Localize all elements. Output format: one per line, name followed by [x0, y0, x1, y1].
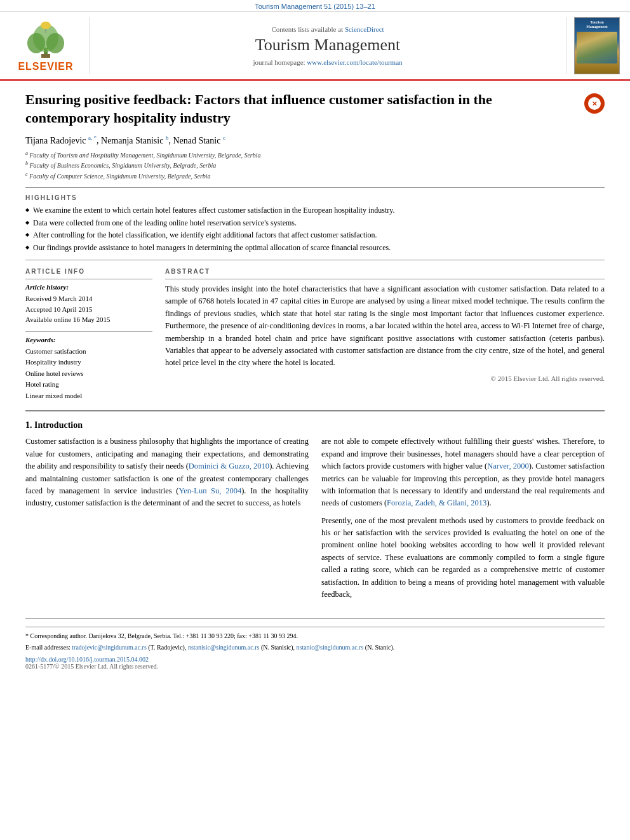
highlight-item-4: Our findings provide assistance to hotel… [25, 243, 605, 253]
divider-2 [25, 260, 605, 260]
intro-section-title: Introduction [34, 420, 83, 430]
email2-person: (N. Stanisic), [261, 644, 295, 651]
divider-1 [25, 187, 605, 188]
intro-heading: 1. Introduction [25, 420, 605, 430]
svg-point-5 [41, 22, 51, 29]
affiliations-block: a Faculty of Tourism and Hospitality Man… [25, 150, 605, 181]
cover-title-line2: Management [586, 25, 608, 29]
affiliation-b: b Faculty of Business Economics, Singidu… [25, 160, 605, 170]
received-date: Received 9 March 2014 [25, 293, 152, 304]
ref-dominici[interactable]: Dominici & Guzzo, 2010 [189, 462, 269, 470]
history-label: Article history: [25, 283, 152, 291]
abstract-section-title: ABSTRACT [165, 268, 605, 275]
copyright-text: © 2015 Elsevier Ltd. All rights reserved… [165, 375, 605, 382]
author2-sup: b [166, 135, 169, 141]
issn-text: 0261-5177/© 2015 Elsevier Ltd. All right… [25, 663, 605, 670]
doi-link[interactable]: http://dx.doi.org/10.1016/j.tourman.2015… [25, 656, 605, 663]
affiliation-c: c Faculty of Computer Science, Singidunu… [25, 171, 605, 181]
elsevier-tree-icon [17, 19, 74, 58]
highlights-section: HIGHLIGHTS We examine the extent to whic… [25, 194, 605, 253]
intro-left-col: Customer satisfaction is a business phil… [25, 436, 309, 606]
keyword-2: Hospitality industry [25, 357, 152, 368]
crossmark-icon: ✕ [588, 97, 601, 110]
contents-available-text: Contents lists available at [271, 25, 343, 33]
author1-sup: a, * [88, 135, 97, 141]
email2-link[interactable]: nstanisic@singidunum.ac.rs [188, 644, 260, 651]
intro-two-columns: Customer satisfaction is a business phil… [25, 436, 605, 606]
article-title-row: Ensuring positive feedback: Factors that… [25, 91, 605, 127]
ref-narver[interactable]: Narver, 2000 [487, 462, 529, 470]
intro-section-number: 1. [25, 420, 32, 430]
journal-cover-image: Tourism Management [572, 17, 622, 74]
keyword-4: Hotel rating [25, 379, 152, 390]
main-content: Ensuring positive feedback: Factors that… [0, 81, 630, 680]
contents-available-label: Contents lists available at ScienceDirec… [271, 25, 384, 33]
article-history-block: Article history: Received 9 March 2014 A… [25, 279, 152, 325]
intro-para-3: Presently, one of the most prevalent met… [321, 515, 605, 601]
abstract-text: This study provides insight into the hot… [165, 283, 605, 370]
highlight-item-3: After controlling for the hotel classifi… [25, 230, 605, 241]
email3-person: (N. Stanic). [365, 644, 394, 651]
journal-title: Tourism Management [255, 36, 401, 55]
introduction-section: 1. Introduction Customer satisfaction is… [25, 420, 605, 606]
highlight-item-2: Data were collected from one of the lead… [25, 218, 605, 229]
email-addresses-note: E-mail addresses: tradojevic@singidunum.… [25, 643, 605, 652]
cover-title-line1: Tourism [590, 20, 603, 25]
intro-right-col: are not able to compete effectively with… [321, 436, 605, 606]
keyword-1: Customer satisfaction [25, 346, 152, 357]
available-date: Available online 16 May 2015 [25, 314, 152, 325]
footnote-divider [25, 618, 605, 619]
highlights-title: HIGHLIGHTS [25, 194, 605, 201]
keyword-5: Linear mixed model [25, 390, 152, 402]
article-info-column: ARTICLE INFO Article history: Received 9… [25, 268, 152, 401]
author1-name: Tijana Radojevic [25, 136, 86, 145]
author2-name: Nemanja Stanisic [101, 136, 163, 145]
cover-box: Tourism Management [574, 17, 620, 74]
email-label: E-mail addresses: [25, 644, 70, 651]
journal-citation-bar: Tourism Management 51 (2015) 13–21 [0, 0, 630, 12]
journal-header-center: Contents lists available at ScienceDirec… [89, 17, 566, 74]
affiliation-a: a Faculty of Tourism and Hospitality Man… [25, 150, 605, 160]
journal-homepage: journal homepage: www.elsevier.com/locat… [253, 58, 402, 66]
journal-citation: Tourism Management 51 (2015) 13–21 [255, 3, 375, 10]
journal-header: ELSEVIER Contents lists available at Sci… [0, 12, 630, 81]
elsevier-logo: ELSEVIER [8, 17, 84, 74]
article-info-section-title: ARTICLE INFO [25, 268, 152, 275]
authors-line: Tijana Radojevic a, *, Nemanja Stanisic … [25, 135, 605, 146]
divider-3 [25, 410, 605, 411]
highlight-item-1: We examine the extent to which certain h… [25, 205, 605, 216]
keywords-label: Keywords: [25, 336, 152, 343]
ref-yenlunsu[interactable]: Yen-Lun Su, 2004 [179, 486, 242, 495]
article-title-text: Ensuring positive feedback: Factors that… [25, 91, 584, 127]
homepage-url[interactable]: www.elsevier.com/locate/tourman [307, 58, 402, 66]
author3-name: Nenad Stanic [173, 136, 220, 145]
sciencedirect-link[interactable]: ScienceDirect [345, 25, 384, 33]
abstract-block: This study provides insight into the hot… [165, 279, 605, 382]
ref-forozia[interactable]: Forozia, Zadeh, & Gilani, 2013 [387, 498, 486, 507]
email1-link[interactable]: tradojevic@singidunum.ac.rs [72, 644, 147, 651]
email1-person: (T. Radojevic), [148, 644, 186, 651]
abstract-column: ABSTRACT This study provides insight int… [165, 268, 605, 401]
info-abstract-columns: ARTICLE INFO Article history: Received 9… [25, 268, 605, 401]
corresponding-author-note: * Corresponding author. Danijelova 32, B… [25, 631, 605, 641]
keyword-3: Online hotel reviews [25, 368, 152, 380]
elsevier-brand-text: ELSEVIER [18, 61, 73, 72]
intro-para-1: Customer satisfaction is a business phil… [25, 436, 309, 509]
homepage-label: journal homepage: [253, 58, 305, 66]
keywords-block: Keywords: Customer satisfaction Hospital… [25, 331, 152, 402]
email3-link[interactable]: nstanic@singidunum.ac.rs [296, 644, 363, 651]
footnotes-block: * Corresponding author. Danijelova 32, B… [25, 627, 605, 670]
svg-point-2 [27, 33, 45, 53]
crossmark-badge[interactable]: ✕ [584, 93, 605, 114]
svg-rect-4 [41, 54, 50, 58]
intro-para-2: are not able to compete effectively with… [321, 436, 605, 509]
accepted-date: Accepted 10 April 2015 [25, 304, 152, 315]
svg-point-3 [46, 33, 64, 53]
author3-sup: c [223, 135, 225, 141]
